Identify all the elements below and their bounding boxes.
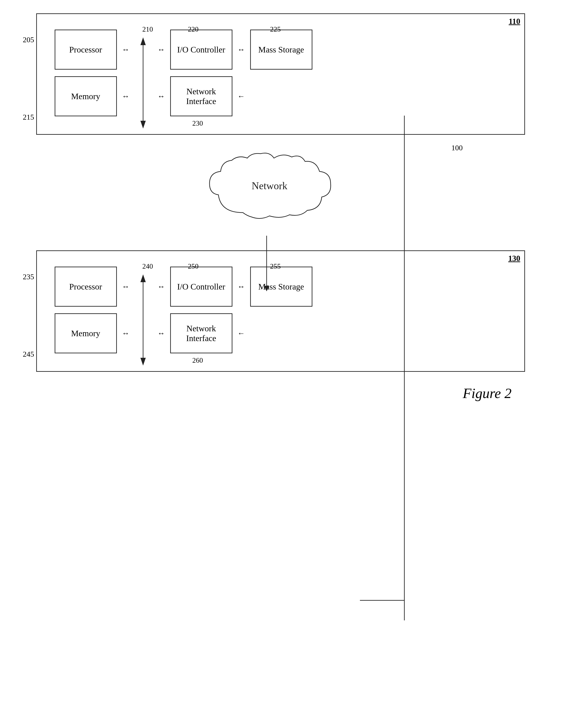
processor-top: Processor bbox=[55, 30, 117, 70]
arrow-io-mass-bot: ↔ bbox=[233, 282, 250, 291]
annot-240: 240 bbox=[143, 262, 153, 270]
bottom-computer-section: 235 245 130 240 250 255 260 Processor bbox=[36, 250, 525, 372]
svg-marker-6 bbox=[141, 358, 146, 366]
bottom-computer-box: 130 240 250 255 260 Processor ↔ ↔ bbox=[36, 250, 525, 372]
v-arrow-col-bot2 bbox=[135, 313, 153, 353]
row1-bottom: Processor ↔ ↔ I/O Controller ↔ Mass Stor… bbox=[55, 267, 511, 307]
annot-255: 255 bbox=[270, 262, 281, 270]
annot-260: 260 bbox=[193, 356, 203, 364]
annot-225: 225 bbox=[270, 25, 281, 33]
svg-text:Network: Network bbox=[252, 180, 287, 191]
internals-bottom: Processor ↔ ↔ I/O Controller ↔ Mass Stor… bbox=[55, 267, 511, 353]
row1: Processor ↔ ↔ I/O Controller ↔ bbox=[55, 30, 511, 70]
annot-235: 235 bbox=[23, 273, 34, 281]
v-arrow-col-bot bbox=[135, 267, 153, 307]
arrow-mem-bus-top: ↔ bbox=[117, 92, 135, 101]
io-controller-bottom: I/O Controller bbox=[170, 267, 233, 307]
network-interface-bottom: NetworkInterface bbox=[170, 313, 233, 353]
row2-bottom: Memory ↔ ↔ NetworkInterface ← bbox=[55, 313, 511, 353]
top-computer-box: 110 210 220 225 230 Processor ↔ bbox=[36, 13, 525, 135]
svg-marker-2 bbox=[141, 121, 146, 129]
diagram-layout: 205 215 110 210 220 225 230 bbox=[36, 13, 525, 402]
figure-caption: Figure 2 bbox=[36, 385, 512, 402]
mass-storage-bottom: Mass Storage bbox=[250, 267, 312, 307]
internals: Processor ↔ ↔ I/O Controller ↔ bbox=[55, 30, 511, 116]
arrow-net-in-top: ← bbox=[233, 92, 250, 101]
arrow-proc-bus-bot: ↔ bbox=[117, 282, 135, 291]
arrow-proc-bus-top: ↔ bbox=[117, 45, 135, 54]
network-section: 100 Network bbox=[36, 139, 525, 246]
memory-bottom: Memory bbox=[55, 313, 117, 353]
mass-storage-top: Mass Storage bbox=[250, 30, 312, 70]
io-controller-top: I/O Controller bbox=[170, 30, 233, 70]
network-interface-top: NetworkInterface bbox=[170, 76, 233, 116]
arrow-bus-net-top: ↔ bbox=[153, 92, 170, 101]
processor-bottom: Processor bbox=[55, 267, 117, 307]
arrow-mem-bus-bot: ↔ bbox=[117, 329, 135, 338]
annot-220: 220 bbox=[188, 25, 199, 33]
annot-215: 215 bbox=[23, 113, 34, 121]
network-cloud: Network bbox=[203, 150, 358, 235]
v-arrow-col-bottom bbox=[135, 76, 153, 116]
annot-250: 250 bbox=[188, 262, 199, 270]
bottom-computer-id: 130 bbox=[508, 254, 520, 263]
memory-top: Memory bbox=[55, 76, 117, 116]
arrow-net-in-bot: ← bbox=[233, 329, 250, 338]
annot-100: 100 bbox=[451, 144, 463, 152]
v-arrow-col bbox=[135, 30, 153, 70]
arrow-bus-io-bot: ↔ bbox=[153, 282, 170, 291]
row2: Memory ↔ ↔ NetworkInterface ← bbox=[55, 76, 511, 116]
arrow-io-mass-top: ↔ bbox=[233, 45, 250, 54]
arrow-bus-io-top: ↔ bbox=[153, 45, 170, 54]
annot-205: 205 bbox=[23, 36, 34, 44]
annot-230: 230 bbox=[193, 119, 203, 127]
arrow-bus-net-bot: ↔ bbox=[153, 329, 170, 338]
annot-245: 245 bbox=[23, 350, 34, 358]
top-computer-section: 205 215 110 210 220 225 230 bbox=[36, 13, 525, 135]
page: 205 215 110 210 220 225 230 bbox=[0, 0, 561, 728]
top-computer-id: 110 bbox=[509, 17, 520, 26]
